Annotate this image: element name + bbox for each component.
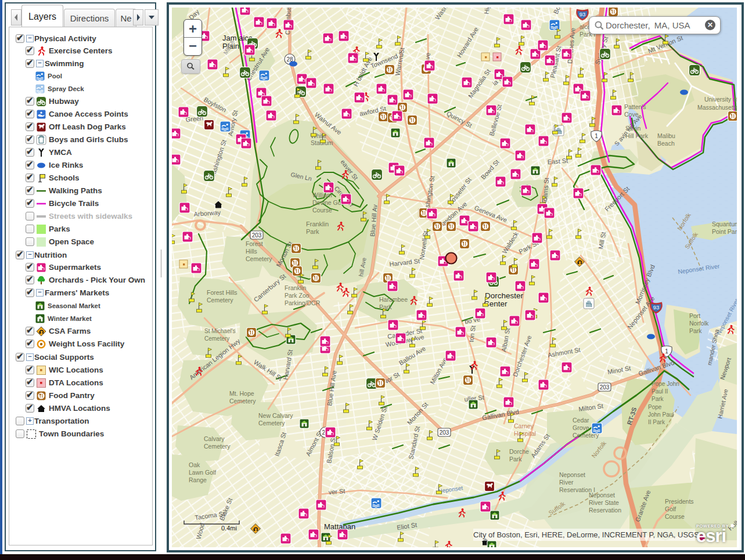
svg-text:Pope John: Pope John [652, 381, 679, 387]
svg-text:Beach: Beach [657, 140, 675, 147]
svg-text:Squantum: Squantum [712, 221, 737, 227]
svg-text:Forest Hills: Forest Hills [207, 289, 237, 296]
svg-text:Park Zoo: Park Zoo [285, 292, 309, 299]
svg-text:Devine Golf: Devine Golf [312, 199, 344, 206]
svg-text:Dorchester: Dorchester [485, 291, 524, 300]
svg-text:203: 203 [252, 232, 262, 239]
svg-text:Hills: Hills [246, 248, 257, 255]
svg-text:University of: University of [704, 96, 737, 103]
svg-text:Presidents: Presidents [665, 498, 694, 505]
svg-text:Park: Park [306, 228, 319, 235]
svg-text:John Paul: John Paul [648, 411, 674, 418]
svg-text:Neponset: Neponset [589, 492, 615, 498]
svg-text:Pope: Pope [648, 404, 662, 410]
svg-text:Course: Course [665, 513, 685, 520]
svg-text:Port: Port [689, 312, 700, 319]
svg-text:Dorche: Dorche [509, 448, 529, 455]
svg-text:St Michael's: St Michael's [204, 328, 236, 334]
svg-text:Neponset: Neponset [559, 471, 585, 478]
svg-text:Parking/DCR: Parking/DCR [285, 299, 321, 306]
svg-text:Cemetery: Cemetery [258, 420, 285, 427]
svg-text:Massachusetts-Bosto: Massachusetts-Bosto [697, 104, 737, 111]
svg-text:Point Park: Point Park [712, 228, 737, 235]
svg-text:Franklin: Franklin [285, 284, 307, 291]
svg-text:Cemetery: Cemetery [207, 297, 233, 304]
svg-text:Norfolk: Norfolk [689, 320, 709, 327]
svg-text:Golf: Golf [665, 505, 676, 512]
svg-text:1: 1 [595, 133, 598, 139]
svg-text:Park: Park [689, 327, 702, 334]
svg-text:Paul II: Paul II [652, 388, 668, 395]
svg-text:Patten's: Patten's [624, 103, 646, 110]
svg-text:Cemetery: Cemetery [204, 335, 229, 342]
svg-text:Oak: Oak [189, 461, 200, 468]
svg-text:Hospital: Hospital [514, 430, 536, 437]
svg-text:203: 203 [440, 429, 449, 436]
svg-text:Cemetery: Cemetery [204, 443, 231, 450]
svg-text:Grove: Grove [573, 424, 589, 431]
svg-text:203: 203 [600, 384, 610, 391]
svg-text:II Park: II Park [648, 419, 665, 425]
svg-text:Carney: Carney [514, 422, 534, 429]
svg-text:Harambee: Harambee [379, 296, 408, 303]
svg-text:River: River [559, 479, 574, 486]
svg-text:0.4mi: 0.4mi [221, 525, 237, 532]
svg-text:93: 93 [653, 304, 660, 310]
svg-text:1: 1 [665, 348, 668, 355]
svg-text:Forest: Forest [246, 240, 263, 247]
svg-text:Calvary: Calvary [204, 435, 225, 442]
svg-text:Lawn Golf: Lawn Golf [189, 469, 216, 476]
svg-text:Range: Range [189, 476, 207, 483]
svg-text:Cedar: Cedar [573, 417, 589, 424]
svg-text:Park: Park [509, 456, 522, 463]
svg-text:Cemetery: Cemetery [246, 255, 272, 262]
svg-text:River State: River State [589, 499, 619, 506]
svg-text:93: 93 [580, 11, 586, 17]
svg-text:Park: Park [652, 396, 664, 402]
svg-text:Reservation: Reservation [589, 507, 621, 514]
svg-text:Malibu: Malibu [657, 132, 675, 139]
svg-text:Franklin: Franklin [306, 221, 329, 227]
svg-text:ver St: ver St [328, 487, 345, 496]
svg-text:East St: East St [547, 157, 568, 165]
svg-text:Cemetery: Cemetery [229, 398, 256, 404]
svg-text:Course: Course [312, 207, 332, 214]
svg-text:Mt. Hope: Mt. Hope [229, 390, 254, 397]
svg-text:New Calvary: New Calvary [258, 412, 293, 419]
